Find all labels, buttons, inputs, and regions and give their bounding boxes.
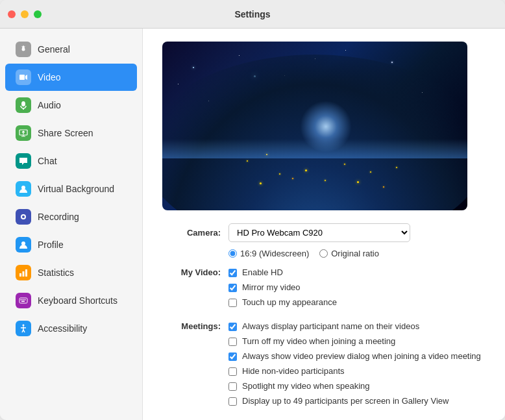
profile-icon <box>16 237 31 253</box>
sidebar-item-video[interactable]: Video <box>5 64 137 91</box>
meetings-label: Meetings: <box>162 321 221 331</box>
ratio-original-label: Original ratio <box>331 249 379 258</box>
checkbox-mirror-video-input[interactable] <box>228 284 237 292</box>
checkbox-enable-hd-label: Enable HD <box>242 267 283 277</box>
svg-rect-18 <box>25 299 26 301</box>
accessibility-icon <box>16 321 31 336</box>
sidebar-item-profile[interactable]: Profile <box>5 231 137 258</box>
ratio-widescreen-label: 16:9 (Widescreen) <box>240 249 309 258</box>
checkbox-49-participants-label: Display up to 49 participants per screen… <box>242 396 449 406</box>
window-title: Settings <box>234 9 270 19</box>
sidebar: General Video <box>0 29 143 420</box>
svg-point-3 <box>21 101 25 106</box>
sidebar-item-accessibility[interactable]: Accessibility <box>5 315 137 342</box>
checkbox-preview-dialog-label: Always show video preview dialog when jo… <box>242 351 481 361</box>
video-label: Video <box>38 72 61 82</box>
checkbox-hide-non-video-input[interactable] <box>228 367 237 376</box>
ratio-row: 16:9 (Widescreen) Original ratio <box>228 249 486 258</box>
svg-point-20 <box>23 325 25 327</box>
svg-rect-16 <box>21 299 22 301</box>
camera-row: Camera: HD Pro Webcam C920 FaceTime HD C… <box>162 223 486 242</box>
checkbox-turn-off-video-input[interactable] <box>228 338 237 346</box>
checkbox-display-name-label: Always display participant name on their… <box>242 321 419 331</box>
checkbox-spotlight-input[interactable] <box>228 382 237 391</box>
svg-line-24 <box>23 330 25 332</box>
sidebar-item-audio[interactable]: Audio <box>5 92 137 119</box>
virtual-background-label: Virtual Background <box>38 184 114 194</box>
recording-icon <box>16 209 31 225</box>
sidebar-item-virtual-background[interactable]: Virtual Background <box>5 175 137 203</box>
ratio-original[interactable]: Original ratio <box>319 249 379 258</box>
general-label: General <box>38 44 70 55</box>
audio-label: Audio <box>38 100 61 110</box>
checkbox-spotlight[interactable]: Spotlight my video when speaking <box>228 381 481 391</box>
my-video-checkboxes: Enable HD Mirror my video Touch up my ap… <box>228 267 337 312</box>
checkbox-display-name[interactable]: Always display participant name on their… <box>228 321 481 331</box>
camera-section: Camera: HD Pro Webcam C920 FaceTime HD C… <box>162 223 486 258</box>
svg-rect-12 <box>19 273 21 277</box>
titlebar: Settings <box>0 0 505 29</box>
video-icon <box>16 69 31 85</box>
checkbox-touch-up[interactable]: Touch up my appearance <box>228 297 337 307</box>
recording-label: Recording <box>38 212 79 222</box>
checkbox-spotlight-label: Spotlight my video when speaking <box>242 381 370 391</box>
checkbox-preview-dialog[interactable]: Always show video preview dialog when jo… <box>228 351 481 361</box>
chat-label: Chat <box>38 156 57 166</box>
maximize-button[interactable] <box>34 10 42 18</box>
svg-rect-15 <box>19 298 27 303</box>
virtual-background-icon <box>16 181 31 197</box>
checkbox-display-name-input[interactable] <box>228 323 237 331</box>
sidebar-item-general[interactable]: General <box>5 36 137 63</box>
keyboard-shortcuts-icon <box>16 293 31 308</box>
camera-select[interactable]: HD Pro Webcam C920 FaceTime HD Camera De… <box>228 223 410 242</box>
meetings-checkboxes: Always display participant name on their… <box>228 321 481 411</box>
share-screen-icon <box>16 125 31 141</box>
svg-rect-13 <box>23 271 25 277</box>
checkbox-turn-off-video-label: Turn off my video when joining a meeting <box>242 336 395 346</box>
my-video-section: My Video: Enable HD Mirror my video T <box>162 267 486 312</box>
camera-preview <box>162 42 467 210</box>
keyboard-shortcuts-label: Keyboard Shortcuts <box>38 295 117 306</box>
checkbox-hide-non-video[interactable]: Hide non-video participants <box>228 366 481 376</box>
checkbox-turn-off-video[interactable]: Turn off my video when joining a meeting <box>228 336 481 346</box>
checkbox-49-participants-input[interactable] <box>228 397 237 406</box>
camera-label: Camera: <box>162 228 221 238</box>
accessibility-label: Accessibility <box>38 323 87 334</box>
chat-icon <box>16 153 31 169</box>
statistics-label: Statistics <box>38 267 74 278</box>
checkbox-mirror-video[interactable]: Mirror my video <box>228 282 337 292</box>
my-video-label: My Video: <box>162 267 221 277</box>
sidebar-item-share-screen[interactable]: Share Screen <box>5 119 137 147</box>
minimize-button[interactable] <box>21 10 29 18</box>
ratio-widescreen-radio[interactable] <box>228 249 237 258</box>
svg-rect-14 <box>25 269 27 277</box>
ratio-original-radio[interactable] <box>319 249 328 258</box>
sidebar-item-chat[interactable]: Chat <box>5 147 137 175</box>
close-button[interactable] <box>8 10 16 18</box>
checkbox-touch-up-label: Touch up my appearance <box>242 297 337 307</box>
svg-rect-19 <box>21 301 25 303</box>
sidebar-item-statistics[interactable]: Statistics <box>5 259 137 286</box>
general-icon <box>16 42 31 57</box>
checkbox-touch-up-input[interactable] <box>228 299 237 307</box>
share-screen-label: Share Screen <box>38 128 93 138</box>
checkbox-enable-hd[interactable]: Enable HD <box>228 267 337 277</box>
profile-label: Profile <box>38 240 64 250</box>
checkbox-preview-dialog-input[interactable] <box>228 352 237 361</box>
svg-rect-17 <box>23 299 24 301</box>
checkbox-enable-hd-input[interactable] <box>228 269 237 277</box>
ratio-group: 16:9 (Widescreen) Original ratio <box>228 249 379 258</box>
checkbox-hide-non-video-label: Hide non-video participants <box>242 366 345 376</box>
main-content: Camera: HD Pro Webcam C920 FaceTime HD C… <box>143 29 505 420</box>
checkbox-49-participants[interactable]: Display up to 49 participants per screen… <box>228 396 481 406</box>
sidebar-item-keyboard-shortcuts[interactable]: Keyboard Shortcuts <box>5 287 137 314</box>
meetings-row: Meetings: Always display participant nam… <box>162 321 486 411</box>
svg-point-10 <box>22 216 25 218</box>
audio-icon <box>16 97 31 113</box>
traffic-lights <box>8 10 42 18</box>
my-video-row: My Video: Enable HD Mirror my video T <box>162 267 486 312</box>
meetings-section: Meetings: Always display participant nam… <box>162 321 486 411</box>
sidebar-item-recording[interactable]: Recording <box>5 203 137 230</box>
svg-rect-1 <box>19 75 25 80</box>
ratio-widescreen[interactable]: 16:9 (Widescreen) <box>228 249 309 258</box>
